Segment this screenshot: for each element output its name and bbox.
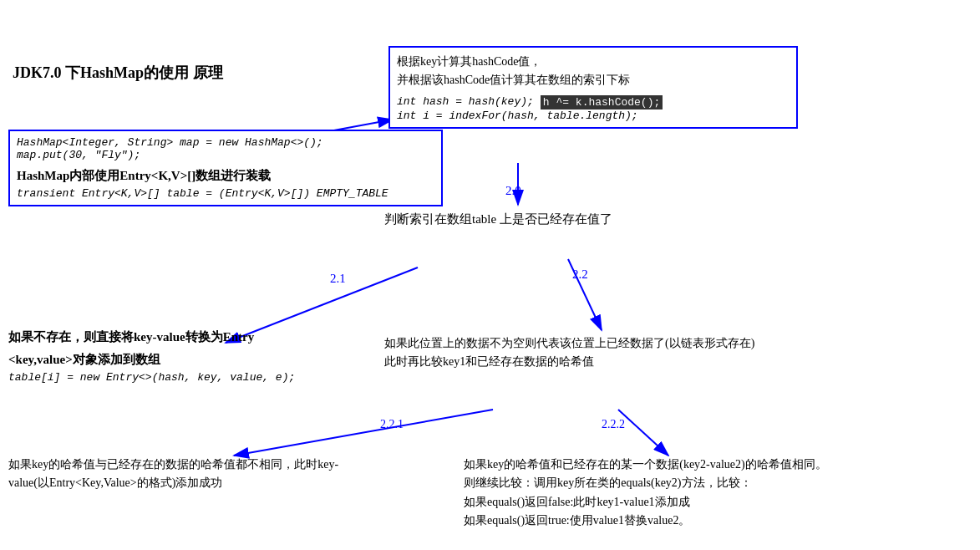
label-2-2: 2.2 [572,267,588,282]
text-2-2-1-block: 如果key的哈希值与已经存在的数据的哈希值都不相同，此时key- value(以… [8,456,338,493]
box-left: HashMap<Integer, String> map = new HashM… [8,130,443,206]
box-hashcode-line1: 根据key计算其hashCode值， [397,53,790,71]
box-left-text1: HashMap内部使用Entry<K,V>[]数组进行装载 [17,165,434,187]
svg-line-6 [618,410,668,456]
svg-line-5 [234,410,493,456]
page-title: JDK7.0 下HashMap的使用 原理 [13,63,223,83]
box-left-code1: HashMap<Integer, String> map = new HashM… [17,136,434,149]
text-2-2-1-line1: 如果key的哈希值与已经存在的数据的哈希值都不相同，此时key- [8,456,338,474]
box-hashcode-highlight: h ^= k.hashCode(); [541,95,663,109]
text-2-0: 判断索引在数组table 上是否已经存在值了 [384,209,612,229]
box-hashcode: 根据key计算其hashCode值， 并根据该hashCode值计算其在数组的索… [388,46,798,129]
text-2-2-1-line2: value(以Entry<Key,Value>的格式)添加成功 [8,474,338,492]
label-2-1: 2.1 [330,272,346,286]
text-2-2-2-block: 如果key的哈希值和已经存在的某一个数据(key2-value2)的哈希值相同。… [464,456,827,531]
label-2-2-1: 2.2.1 [380,418,404,431]
text-2-2-line1: 如果此位置上的数据不为空则代表该位置上已经数据了(以链表形式存在) [384,334,754,353]
box-left-code3: transient Entry<K,V>[] table = (Entry<K,… [17,187,434,200]
box-hashcode-line2: 并根据该hashCode值计算其在数组的索引下标 [397,71,790,89]
box-hashcode-code1: int hash = hash(key); [397,95,534,108]
text-2-1-block: 如果不存在，则直接将key-value转换为Entry <key,value>对… [8,326,295,384]
text-2-2-2-line1: 如果key的哈希值和已经存在的某一个数据(key2-value2)的哈希值相同。 [464,456,827,474]
main-canvas: JDK7.0 下HashMap的使用 原理 根据key计算其hashCode值，… [0,0,980,550]
text-2-2-block: 如果此位置上的数据不为空则代表该位置上已经数据了(以链表形式存在) 此时再比较k… [384,334,754,372]
text-2-1-code: table[i] = new Entry<>(hash, key, value,… [8,371,295,384]
box-hashcode-code2: int i = indexFor(hash, table.length); [397,109,790,122]
label-2-0: 2.0 [505,184,521,198]
text-2-2-line2: 此时再比较key1和已经存在数据的哈希值 [384,353,754,371]
text-2-1-line2: <key,value>对象添加到数组 [8,349,295,371]
text-2-1-line1: 如果不存在，则直接将key-value转换为Entry [8,326,295,349]
text-2-2-2-line2: 则继续比较：调用key所在类的equals(key2)方法，比较： [464,474,827,492]
text-2-2-2-line4: 如果equals()返回true:使用value1替换value2。 [464,512,827,530]
label-2-2-2: 2.2.2 [602,418,625,431]
text-2-2-2-line3: 如果equals()返回false:此时key1-value1添加成 [464,493,827,512]
box-left-code2: map.put(30, "Fly"); [17,149,434,161]
